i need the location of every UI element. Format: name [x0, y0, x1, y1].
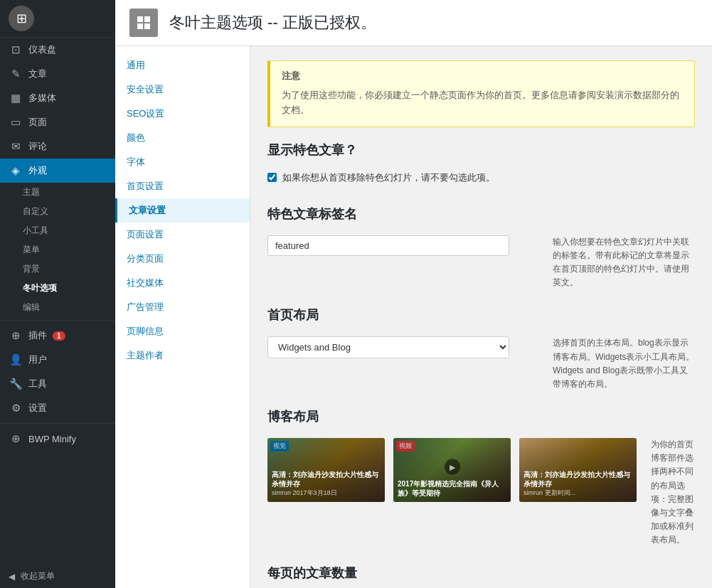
users-icon: 👤 [9, 353, 23, 366]
sidebar-item-label: 文章 [28, 68, 47, 80]
layout-section-left: Widgets and Blog Blog Widgets [267, 336, 538, 358]
blog-layout-section-left: 视觉 高清：刘亦迪丹沙发拍大片性感与杀情并存 simrun 2017年3月18日… [267, 438, 637, 506]
sidebar-item-label: 设置 [28, 402, 47, 415]
subnav-author[interactable]: 主题作者 [115, 343, 250, 368]
svg-rect-3 [144, 23, 150, 29]
appearance-icon: ◈ [9, 164, 23, 177]
main-area: 冬叶主题选项 -- 正版已授权。 通用 安全设置 SEO设置 颜色 字体 首页设… [115, 0, 712, 588]
sidebar-sub-editor[interactable]: 编辑 [0, 298, 115, 317]
sidebar-item-label: 用户 [28, 353, 47, 366]
comments-icon: ✉ [9, 140, 23, 153]
subnav-color[interactable]: 颜色 [115, 126, 250, 150]
tag-input[interactable] [267, 235, 509, 256]
subnav-security[interactable]: 安全设置 [115, 77, 250, 102]
sidebar-item-appearance[interactable]: ◈ 外观 [0, 159, 115, 183]
wp-logo-icon: ⊞ [9, 6, 34, 31]
blog-layout-img-3[interactable]: 高清：刘亦迪丹沙发拍大片性感与杀情并存 simrun 更新时间... [519, 438, 637, 502]
sidebar-item-label: BWP Minify [28, 434, 76, 444]
sidebar-item-plugins[interactable]: ⊕ 插件 1 [0, 324, 115, 348]
subnav-general[interactable]: 通用 [115, 53, 250, 77]
layout-section-right: 选择首页的主体布局。blog表示显示博客布局。Widgets表示小工具布局。Wi… [553, 336, 695, 391]
featured-checkbox-label[interactable]: 如果你想从首页移除特色幻灯片，请不要勾选此项。 [282, 171, 495, 184]
blog-layout-images: 视觉 高清：刘亦迪丹沙发拍大片性感与杀情并存 simrun 2017年3月18日… [267, 438, 637, 502]
collapse-label: 收起菜单 [21, 570, 55, 582]
sidebar-item-settings[interactable]: ⚙ 设置 [0, 396, 115, 420]
sidebar-item-comments[interactable]: ✉ 评论 [0, 134, 115, 159]
sidebar-item-pages[interactable]: ▭ 页面 [0, 110, 115, 134]
sidebar-logo: ⊞ [0, 0, 115, 38]
layout-section-row: Widgets and Blog Blog Widgets 选择首页的主体布局。… [267, 336, 695, 391]
blog-layout-img-1[interactable]: 视觉 高清：刘亦迪丹沙发拍大片性感与杀情并存 simrun 2017年3月18日 [267, 438, 385, 502]
sidebar: ⊞ ⊡ 仪表盘 ✎ 文章 ▦ 多媒体 ▭ 页面 ✉ 评论 ◈ 外观 主题 自定义… [0, 0, 115, 588]
sidebar-item-dashboard[interactable]: ⊡ 仪表盘 [0, 38, 115, 62]
tag-section-row: 输入你想要在特色文章幻灯片中关联的标签名。带有此标记的文章将显示在首页顶部的特色… [267, 235, 695, 290]
img3-overlay: 高清：刘亦迪丹沙发拍大片性感与杀情并存 simrun 更新时间... [519, 438, 637, 502]
tools-icon: 🔧 [9, 378, 23, 390]
img2-overlay: 2017年影视精选完全指南《异人族》等受期待 [393, 438, 511, 502]
sidebar-item-posts[interactable]: ✎ 文章 [0, 62, 115, 86]
plugins-icon: ⊕ [9, 329, 23, 342]
featured-checkbox-row: 如果你想从首页移除特色幻灯片，请不要勾选此项。 [267, 171, 695, 184]
sidebar-item-label: 多媒体 [28, 92, 56, 105]
blog-layout-img-2[interactable]: 视频 ▶ 2017年影视精选完全指南《异人族》等受期待 [393, 438, 511, 502]
img2-title: 2017年影视精选完全指南《异人族》等受期待 [398, 479, 506, 498]
blog-layout-section-title: 博客布局 [267, 408, 695, 429]
layout-section-title: 首页布局 [267, 306, 695, 328]
settings-icon: ⚙ [9, 402, 23, 415]
sidebar-item-media[interactable]: ▦ 多媒体 [0, 86, 115, 110]
sidebar-item-users[interactable]: 👤 用户 [0, 348, 115, 372]
subnav-social[interactable]: 社交媒体 [115, 271, 250, 295]
tag-section-title: 特色文章标签名 [267, 205, 695, 227]
notice-box: 注意 为了使用这些功能，你必须建立一个静态页面作为你的首页。更多信息请参阅安装演… [267, 60, 695, 127]
sidebar-item-label: 评论 [28, 140, 47, 153]
subnav-category[interactable]: 分类页面 [115, 247, 250, 271]
tag-section-left [267, 235, 538, 256]
sidebar-sub-dongye[interactable]: 冬叶选项 [0, 279, 115, 298]
featured-checkbox[interactable] [267, 173, 277, 182]
content-area: 通用 安全设置 SEO设置 颜色 字体 首页设置 文章设置 页面设置 分类页面 … [115, 46, 712, 588]
notice-content: 为了使用这些功能，你必须建立一个静态页面作为你的首页。更多信息请参阅安装演示数据… [282, 88, 683, 118]
subnav-posts-settings[interactable]: 文章设置 [115, 198, 250, 223]
posts-icon: ✎ [9, 68, 23, 80]
svg-rect-1 [144, 16, 150, 22]
dashboard-icon: ⊡ [9, 43, 23, 56]
img1-title: 高清：刘亦迪丹沙发拍大片性感与杀情并存 [272, 470, 381, 488]
subnav-seo[interactable]: SEO设置 [115, 102, 250, 126]
sub-nav: 通用 安全设置 SEO设置 颜色 字体 首页设置 文章设置 页面设置 分类页面 … [115, 46, 250, 588]
page-header: 冬叶主题选项 -- 正版已授权。 [115, 0, 712, 46]
img1-meta: simrun 2017年3月18日 [272, 488, 381, 498]
blog-layout-section-right: 为你的首页博客部件选择两种不同的布局选项：完整图像与文字叠加或标准列表布局。 [651, 438, 695, 547]
page-title: 冬叶主题选项 -- 正版已授权。 [169, 12, 376, 33]
media-icon: ▦ [9, 92, 23, 105]
pages-icon: ▭ [9, 116, 23, 129]
sidebar-sub-themes[interactable]: 主题 [0, 183, 115, 202]
sidebar-item-bwp[interactable]: ⊕ BWP Minify [0, 427, 115, 451]
sidebar-item-label: 插件 [28, 329, 47, 342]
sidebar-sub-background[interactable]: 背景 [0, 260, 115, 279]
sidebar-divider-2 [0, 423, 115, 424]
sidebar-item-label: 工具 [28, 378, 47, 390]
featured-section-left: 如果你想从首页移除特色幻灯片，请不要勾选此项。 [267, 171, 695, 188]
collapse-menu-button[interactable]: ◀ 收起菜单 [0, 565, 115, 588]
sidebar-divider [0, 320, 115, 321]
layout-select[interactable]: Widgets and Blog Blog Widgets [267, 336, 509, 358]
featured-section-title: 显示特色文章？ [267, 141, 695, 163]
subnav-font[interactable]: 字体 [115, 150, 250, 174]
main-content: 注意 为了使用这些功能，你必须建立一个静态页面作为你的首页。更多信息请参阅安装演… [250, 46, 712, 588]
sidebar-sub-widgets[interactable]: 小工具 [0, 221, 115, 240]
sidebar-item-label: 外观 [28, 164, 47, 177]
page-header-icon [129, 9, 158, 37]
img3-meta: simrun 更新时间... [524, 488, 632, 498]
bwp-icon: ⊕ [9, 432, 23, 445]
subnav-ads[interactable]: 广告管理 [115, 295, 250, 319]
sidebar-sub-menus[interactable]: 菜单 [0, 240, 115, 260]
featured-section-row: 如果你想从首页移除特色幻灯片，请不要勾选此项。 [267, 171, 695, 188]
tag-section-right: 输入你想要在特色文章幻灯片中关联的标签名。带有此标记的文章将显示在首页顶部的特色… [553, 235, 695, 290]
subnav-footer[interactable]: 页脚信息 [115, 319, 250, 343]
notice-title: 注意 [282, 70, 683, 82]
sidebar-sub-customize[interactable]: 自定义 [0, 202, 115, 221]
subnav-page-settings[interactable]: 页面设置 [115, 223, 250, 247]
sidebar-item-tools[interactable]: 🔧 工具 [0, 372, 115, 396]
subnav-homepage[interactable]: 首页设置 [115, 174, 250, 198]
sidebar-item-label: 页面 [28, 116, 47, 129]
